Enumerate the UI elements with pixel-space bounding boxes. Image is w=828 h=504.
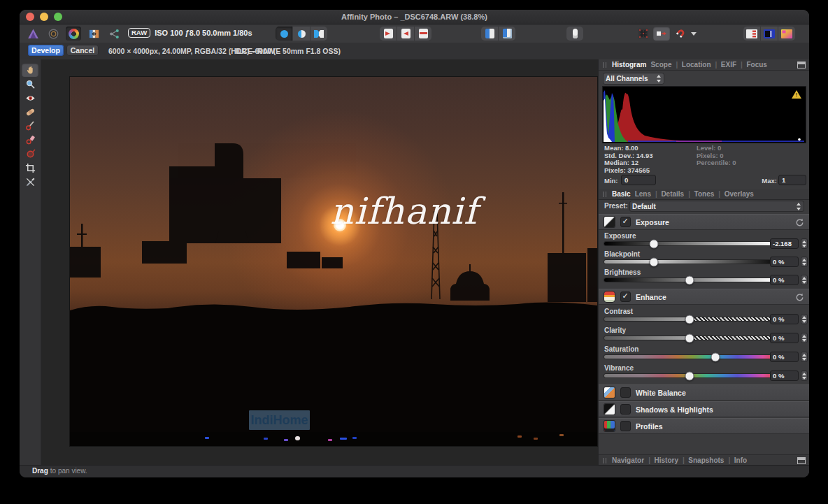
tab-lens[interactable]: Lens	[635, 190, 651, 198]
tab-exif[interactable]: EXIF	[715, 61, 737, 69]
clarity-slider[interactable]	[604, 336, 775, 340]
enhance-section-header[interactable]: Enhance	[599, 289, 809, 305]
saturation-value-field[interactable]: 0 %	[770, 352, 799, 362]
exposure-slider[interactable]	[604, 242, 775, 245]
max-field[interactable]: 1	[778, 175, 806, 185]
panel-grip-icon[interactable]	[603, 458, 606, 463]
vibrance-value-field[interactable]: 0 %	[770, 370, 799, 381]
blackpoint-stepper[interactable]	[801, 257, 808, 267]
contrast-stepper[interactable]	[801, 314, 808, 324]
brightness-slider-thumb[interactable]	[685, 275, 694, 285]
single-view-button[interactable]	[276, 27, 292, 41]
tab-basic[interactable]: Basic	[612, 190, 631, 198]
shadows-highlights-checkbox[interactable]	[620, 404, 631, 415]
histogram-display[interactable]	[603, 87, 806, 143]
enhance-reset-button[interactable]	[795, 292, 804, 301]
tab-history[interactable]: History	[648, 456, 678, 464]
brightness-stepper[interactable]	[801, 275, 808, 285]
panel-menu-icon[interactable]	[797, 457, 806, 464]
exposure-reset-button[interactable]	[795, 217, 804, 226]
tab-info[interactable]: Info	[728, 456, 747, 464]
develop-persona-button[interactable]	[66, 27, 81, 41]
white-balance-section-header[interactable]: White Balance	[599, 384, 809, 401]
magnet-button[interactable]	[671, 27, 688, 41]
clipped-shadows-button[interactable]	[760, 27, 778, 41]
split-view-button[interactable]	[292, 27, 310, 41]
overlay-paint-tool-button[interactable]	[22, 119, 38, 133]
overlay-gradient-tool-button[interactable]	[22, 147, 38, 161]
contrast-value-field[interactable]: 0 %	[770, 314, 799, 324]
tab-focus[interactable]: Focus	[741, 61, 767, 69]
blackpoint-value-field[interactable]: 0 %	[770, 257, 799, 267]
profiles-section-header[interactable]: Profiles	[599, 418, 809, 434]
view-tool-button[interactable]	[22, 63, 38, 77]
clarity-stepper[interactable]	[801, 333, 808, 343]
tab-location[interactable]: Location	[676, 61, 711, 69]
exposure-value-field[interactable]: -2.168	[770, 238, 799, 249]
canvas[interactable]: IndiHome nifhanif	[41, 59, 598, 466]
shadows-highlights-section-header[interactable]: Shadows & Highlights	[599, 401, 809, 417]
tab-scope[interactable]: Scope	[650, 61, 671, 69]
exposure-stepper[interactable]	[801, 238, 808, 249]
blackpoint-slider-thumb[interactable]	[649, 257, 658, 266]
tab-details[interactable]: Details	[655, 190, 684, 198]
tab-overlays[interactable]: Overlays	[718, 190, 754, 198]
contrast-slider[interactable]	[604, 317, 775, 321]
blemish-tool-button[interactable]	[22, 105, 38, 119]
city-light	[518, 435, 522, 438]
snapping-options-button[interactable]	[690, 27, 698, 41]
enhance-checkbox[interactable]	[620, 291, 631, 302]
snapping-button[interactable]	[653, 27, 670, 41]
brightness-value-field[interactable]: 0 %	[770, 275, 799, 285]
panel-menu-icon[interactable]	[797, 62, 806, 69]
channel-select[interactable]: All Channels	[603, 73, 664, 85]
min-field[interactable]: 0	[621, 175, 656, 185]
zoom-tool-button[interactable]	[22, 77, 38, 91]
page-arrow-left-button[interactable]	[397, 27, 414, 41]
tone-mapping-persona-button[interactable]	[86, 27, 101, 41]
export-persona-button[interactable]	[106, 27, 122, 41]
brightness-slider[interactable]	[604, 278, 775, 282]
exposure-slider-thumb[interactable]	[649, 239, 658, 248]
contrast-slider-thumb[interactable]	[685, 315, 694, 324]
tab-snapshots[interactable]: Snapshots	[683, 456, 724, 464]
photo-persona-button[interactable]	[25, 27, 41, 41]
tab-tones[interactable]: Tones	[688, 190, 714, 198]
clarity-slider-thumb[interactable]	[685, 333, 694, 343]
red-eye-tool-button[interactable]	[22, 91, 38, 105]
saturation-stepper[interactable]	[801, 352, 808, 362]
clipped-tones-button[interactable]	[778, 27, 795, 41]
clarity-value-field[interactable]: 0 %	[770, 333, 799, 343]
exposure-section-header[interactable]: Exposure	[599, 214, 809, 230]
status-bar: Dragto pan view.	[20, 465, 809, 477]
saturation-slider-thumb[interactable]	[711, 352, 720, 361]
assistant-button[interactable]	[566, 27, 583, 41]
white-balance-checkbox[interactable]	[620, 387, 631, 398]
page-arrow-both-button[interactable]	[414, 27, 431, 41]
clipped-highlights-button[interactable]	[743, 27, 760, 41]
tab-histogram[interactable]: Histogram	[612, 61, 646, 69]
profiles-checkbox[interactable]	[620, 421, 631, 431]
exposure-checkbox[interactable]	[620, 217, 631, 227]
panel-grip-icon[interactable]	[603, 62, 606, 68]
vibrance-slider-thumb[interactable]	[685, 371, 694, 380]
develop-button[interactable]: Develop	[28, 45, 64, 56]
tab-navigator[interactable]: Navigator	[612, 456, 644, 464]
vibrance-slider[interactable]	[604, 374, 775, 377]
page-arrow-right-button[interactable]	[380, 27, 397, 41]
photo-preview[interactable]: IndiHome nifhanif	[70, 77, 597, 446]
mirror-view-button[interactable]	[310, 27, 327, 41]
panel-grip-icon[interactable]	[603, 192, 606, 197]
show-grid-button[interactable]	[635, 27, 652, 41]
split-page-alt-button[interactable]	[498, 27, 515, 41]
white-balance-tool-button[interactable]	[22, 175, 38, 189]
cancel-button[interactable]: Cancel	[66, 45, 99, 56]
preset-select[interactable]: Default	[629, 201, 804, 212]
blackpoint-slider[interactable]	[604, 260, 775, 264]
overlay-erase-tool-button[interactable]	[22, 133, 38, 147]
split-page-button[interactable]	[481, 27, 498, 41]
crop-tool-button[interactable]	[22, 161, 38, 175]
liquify-persona-button[interactable]	[45, 27, 61, 41]
vibrance-stepper[interactable]	[801, 370, 808, 381]
saturation-slider[interactable]	[604, 355, 775, 359]
